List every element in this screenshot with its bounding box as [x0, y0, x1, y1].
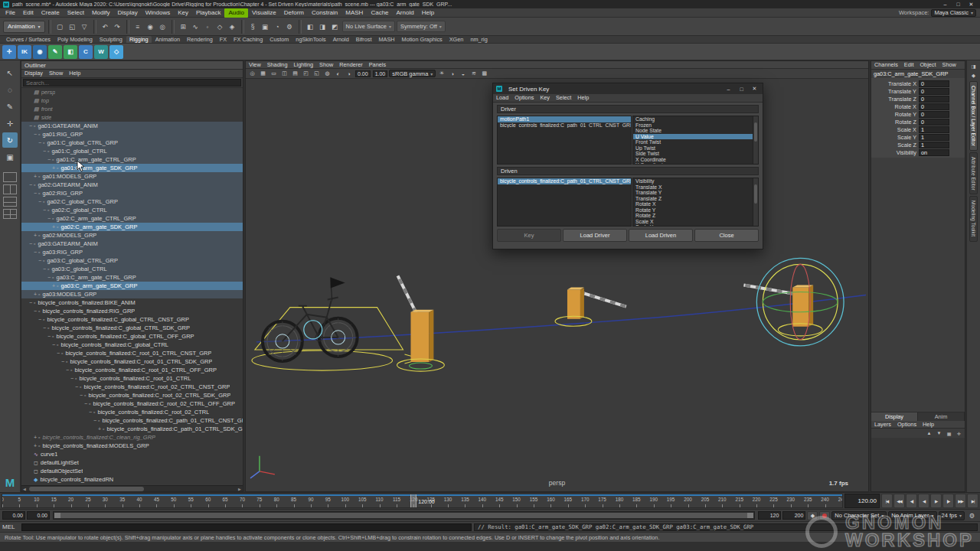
- ipr-render-icon[interactable]: ◔: [272, 21, 283, 32]
- driver-attribute[interactable]: Frozen: [633, 122, 753, 129]
- menu-windows[interactable]: Windows: [142, 8, 174, 18]
- range-slider-bar[interactable]: [54, 513, 753, 518]
- collapse-toggle-icon[interactable]: −: [32, 191, 38, 196]
- driver-attr-list[interactable]: CachingFrozenNode StateU ValueFront Twis…: [632, 116, 759, 165]
- driven-attribute[interactable]: Rotate Z: [633, 213, 753, 219]
- open-render-view-icon[interactable]: ▣: [260, 21, 271, 32]
- expand-toggle-icon[interactable]: +: [51, 283, 57, 289]
- outliner-item[interactable]: ◆bicycle_controls_finalizedRN: [21, 475, 243, 484]
- collapse-toggle-icon[interactable]: −: [32, 132, 38, 137]
- scale-tool[interactable]: ▣: [2, 149, 18, 165]
- sdk-menu-key[interactable]: Key: [537, 94, 553, 102]
- outliner-item[interactable]: −▫ga03:C_arm_gate_CTRL_GRP: [21, 273, 243, 282]
- step-back-frame-button[interactable]: ◀◀: [893, 494, 905, 508]
- collapse-toggle-icon[interactable]: −: [74, 384, 80, 390]
- expand-toggle-icon[interactable]: +: [51, 165, 57, 171]
- new-layer-icon[interactable]: ✛: [955, 429, 963, 437]
- shelf-tab-motion-graphics[interactable]: Motion Graphics: [399, 36, 446, 43]
- shelf-ik-handle-icon[interactable]: IK: [18, 45, 31, 59]
- select-component-mode-icon[interactable]: ◎: [157, 21, 168, 32]
- menu-playback[interactable]: Playback: [192, 8, 224, 18]
- menu-edit[interactable]: Edit: [19, 8, 38, 18]
- layout-single-pane-button[interactable]: [3, 172, 17, 182]
- channel-attribute-value[interactable]: 1: [919, 134, 949, 141]
- viewport-menu-shading[interactable]: Shading: [264, 61, 291, 69]
- channel-attribute-value[interactable]: 0: [919, 119, 949, 126]
- shelf-tab-bifrost[interactable]: Bifrost: [353, 36, 375, 43]
- menu-key[interactable]: Key: [174, 8, 192, 18]
- outliner-item[interactable]: −▫bicycle_controls_finalized:C_global_CT…: [21, 341, 243, 349]
- current-time-field[interactable]: 120.00: [844, 494, 880, 508]
- driven-attribute[interactable]: Translate X: [633, 184, 753, 191]
- outliner-item[interactable]: ▤persp: [21, 88, 243, 96]
- shelf-tab-sculpting[interactable]: Sculpting: [96, 36, 126, 43]
- collapse-toggle-icon[interactable]: −: [28, 300, 34, 305]
- select-hierarchy-mode-icon[interactable]: ≡: [132, 21, 144, 32]
- shelf-tab-fx-caching[interactable]: FX Caching: [230, 36, 266, 43]
- step-back-key-button[interactable]: ◀|: [906, 494, 917, 508]
- outliner-item[interactable]: −▫bicycle_controls_finalized:C_root_01_C…: [21, 349, 243, 357]
- construction-history-icon[interactable]: §: [247, 21, 259, 32]
- outliner-item[interactable]: +▫bicycle_controls_finalized:C_path_01_C…: [21, 425, 243, 433]
- viewport-menu-show[interactable]: Show: [316, 61, 336, 69]
- play-backwards-button[interactable]: ◀: [918, 494, 929, 508]
- shelf-tab-poly-modeling[interactable]: Poly Modeling: [54, 36, 96, 43]
- menu-visualize[interactable]: Visualize: [248, 8, 280, 18]
- outliner-item[interactable]: −▫bicycle_controls_finalized:C_global_CT…: [21, 324, 243, 332]
- shelf-tab-arnold[interactable]: Arnold: [330, 36, 352, 43]
- layout-four-pane-button[interactable]: [3, 209, 17, 219]
- driver-attribute[interactable]: U Value: [633, 134, 753, 140]
- outliner-item[interactable]: +▫ga01:MODELS_GRP: [21, 172, 243, 181]
- shelf-tab-rendering[interactable]: Rendering: [184, 36, 216, 43]
- move-layer-down-icon[interactable]: ▼: [935, 429, 943, 437]
- key-button[interactable]: Key: [497, 229, 561, 242]
- playback-end-field[interactable]: 120: [758, 511, 781, 520]
- redo-icon[interactable]: ↷: [112, 21, 123, 32]
- driver-node[interactable]: motionPath1: [498, 116, 631, 122]
- channel-box-menu-show[interactable]: Show: [939, 61, 959, 69]
- outliner-item[interactable]: +▫ga02:MODELS_GRP: [21, 231, 243, 240]
- snap-to-curve-icon[interactable]: ∿: [190, 21, 201, 32]
- driver-attribute[interactable]: Side Twist: [633, 151, 753, 157]
- collapse-toggle-icon[interactable]: −: [41, 207, 47, 213]
- driven-attribute[interactable]: Translate Z: [633, 196, 753, 202]
- collapse-toggle-icon[interactable]: −: [41, 148, 47, 154]
- render-settings-icon[interactable]: ⚙: [284, 21, 296, 32]
- range-slider[interactable]: [53, 511, 755, 520]
- collapse-toggle-icon[interactable]: −: [92, 418, 98, 423]
- channel-attribute-value[interactable]: 1: [919, 142, 949, 148]
- playback-start-field[interactable]: 0.00: [27, 511, 50, 520]
- shelf-cluster-icon[interactable]: C: [79, 45, 93, 59]
- wireframe-display-icon[interactable]: ◍: [322, 70, 332, 78]
- safe-action-icon[interactable]: ◱: [312, 70, 322, 78]
- outliner-menu-show[interactable]: Show: [46, 70, 66, 77]
- outliner-item[interactable]: −▫bicycle_controls_finalized:C_root_01_C…: [21, 374, 243, 383]
- symmetry-selector[interactable]: Symmetry: Off: [397, 21, 446, 32]
- layer-list-area[interactable]: [871, 438, 965, 491]
- status-separator[interactable]: [48, 20, 51, 34]
- outliner-item[interactable]: −▫ga03:C_global_CTRL_GRP: [21, 256, 243, 265]
- outliner-hscrollbar[interactable]: ◀ ▶: [21, 485, 243, 491]
- film-gate-icon[interactable]: ▭: [269, 70, 279, 78]
- outliner-menu-display[interactable]: Display: [21, 70, 46, 77]
- menu-create[interactable]: Create: [38, 8, 64, 18]
- outliner-item[interactable]: +▫ga03:MODELS_GRP: [21, 290, 243, 298]
- menu-modify[interactable]: Modify: [88, 8, 114, 18]
- shelf-skin-bind-icon[interactable]: ◉: [33, 45, 47, 59]
- channel-attribute-value[interactable]: 0: [919, 80, 949, 87]
- outliner-menu-help[interactable]: Help: [66, 70, 83, 77]
- expand-toggle-icon[interactable]: +: [32, 174, 38, 179]
- scrollbar[interactable]: [753, 116, 758, 164]
- collapse-toggle-icon[interactable]: −: [28, 241, 34, 246]
- outliner-item[interactable]: −▫ga01:C_global_CTRL: [21, 147, 243, 155]
- collapse-toggle-icon[interactable]: −: [32, 249, 38, 255]
- snap-to-plane-icon[interactable]: ◇: [214, 21, 226, 32]
- maximize-button[interactable]: □: [952, 2, 964, 7]
- channel-attribute-value[interactable]: on: [919, 149, 949, 156]
- snap-to-grid-icon[interactable]: ⊞: [178, 21, 189, 32]
- collapse-toggle-icon[interactable]: −: [37, 199, 43, 204]
- driver-attribute[interactable]: Node State: [633, 128, 753, 134]
- gamma-field[interactable]: 1.00: [373, 70, 388, 77]
- outliner-item[interactable]: −▫ga03:RIG_GRP: [21, 248, 243, 256]
- driven-attribute[interactable]: Visibility: [633, 178, 753, 184]
